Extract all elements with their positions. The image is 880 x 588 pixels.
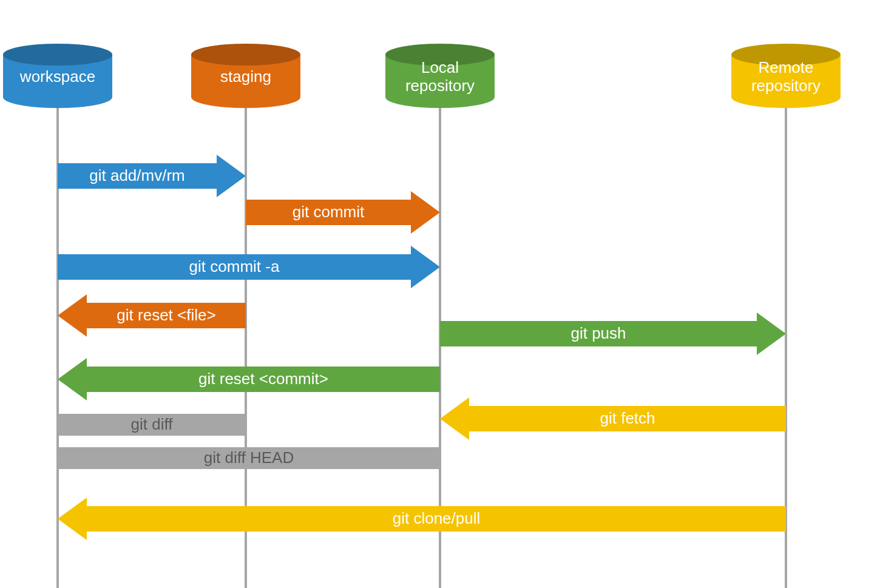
cylinder-remote: Remoterepository [731, 44, 841, 108]
arrow-label-git-clone-pull: git clone/pull [393, 509, 481, 527]
cylinder-label-remote-2: repository [751, 76, 821, 95]
cylinder-workspace: workspace [3, 44, 112, 108]
arrow-label-git-fetch: git fetch [600, 409, 655, 427]
svg-point-4 [191, 86, 300, 108]
svg-point-5 [191, 44, 300, 66]
cylinder-staging: staging [191, 44, 300, 108]
cylinder-label-local-1: Local [421, 58, 459, 76]
cylinder-local: Localrepository [385, 44, 495, 108]
arrow-label-git-reset-commit: git reset <commit> [198, 370, 328, 388]
bar-label-git-diff-head: git diff HEAD [204, 448, 294, 467]
arrow-label-git-commit-a: git commit -a [189, 257, 280, 275]
arrow-label-git-add: git add/mv/rm [89, 166, 185, 184]
svg-point-2 [3, 44, 112, 66]
cylinder-label-remote-1: Remote [758, 58, 813, 76]
cylinder-label-local-2: repository [405, 76, 475, 95]
cylinder-label-staging: staging [220, 67, 271, 86]
arrow-label-git-commit: git commit [293, 203, 365, 221]
svg-point-1 [3, 86, 112, 108]
arrow-label-git-reset-file: git reset <file> [117, 306, 215, 324]
bar-label-git-diff: git diff [131, 415, 174, 433]
arrow-label-git-push: git push [570, 324, 626, 342]
cylinder-label-workspace: workspace [19, 67, 95, 86]
